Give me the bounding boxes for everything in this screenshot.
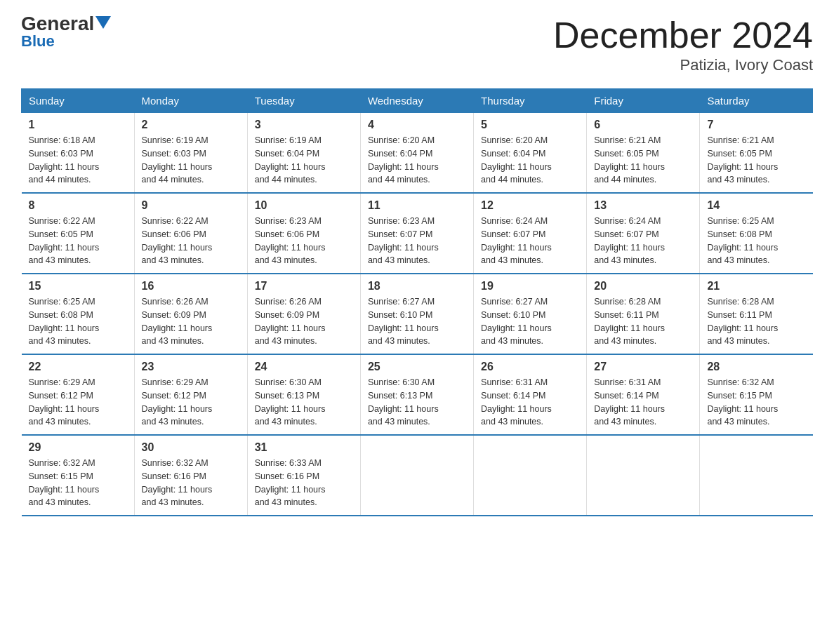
day-number: 3: [255, 119, 353, 131]
day-number: 8: [29, 199, 127, 212]
day-number: 10: [255, 199, 353, 212]
calendar-header-row: Sunday Monday Tuesday Wednesday Thursday…: [22, 89, 813, 113]
day-number: 21: [707, 280, 805, 293]
day-number: 7: [707, 119, 805, 131]
day-info: Sunrise: 6:22 AMSunset: 6:05 PMDaylight:…: [29, 215, 127, 267]
day-info: Sunrise: 6:18 AMSunset: 6:03 PMDaylight:…: [29, 134, 127, 187]
day-number: 13: [594, 199, 692, 212]
page-header: General Blue December 2024 Patizia, Ivor…: [21, 14, 813, 74]
table-row: 20 Sunrise: 6:28 AMSunset: 6:11 PMDaylig…: [587, 274, 700, 354]
table-row: 1 Sunrise: 6:18 AMSunset: 6:03 PMDayligh…: [22, 113, 135, 194]
day-info: Sunrise: 6:32 AMSunset: 6:16 PMDaylight:…: [142, 457, 240, 509]
table-row: 6 Sunrise: 6:21 AMSunset: 6:05 PMDayligh…: [587, 113, 700, 194]
calendar-week-row: 8 Sunrise: 6:22 AMSunset: 6:05 PMDayligh…: [22, 193, 813, 274]
table-row: 16 Sunrise: 6:26 AMSunset: 6:09 PMDaylig…: [134, 274, 247, 354]
day-number: 27: [594, 361, 692, 373]
col-saturday: Saturday: [700, 89, 813, 113]
day-info: Sunrise: 6:24 AMSunset: 6:07 PMDaylight:…: [594, 215, 692, 267]
day-info: Sunrise: 6:19 AMSunset: 6:03 PMDaylight:…: [142, 134, 240, 187]
day-number: 18: [368, 280, 466, 293]
day-number: 30: [142, 441, 240, 454]
day-info: Sunrise: 6:25 AMSunset: 6:08 PMDaylight:…: [29, 295, 127, 348]
day-info: Sunrise: 6:33 AMSunset: 6:16 PMDaylight:…: [255, 457, 353, 509]
day-info: Sunrise: 6:25 AMSunset: 6:08 PMDaylight:…: [707, 215, 805, 267]
table-row: 22 Sunrise: 6:29 AMSunset: 6:12 PMDaylig…: [22, 354, 135, 435]
table-row: 15 Sunrise: 6:25 AMSunset: 6:08 PMDaylig…: [22, 274, 135, 354]
table-row: 25 Sunrise: 6:30 AMSunset: 6:13 PMDaylig…: [360, 354, 473, 435]
day-number: 26: [481, 361, 579, 373]
logo-general: General: [21, 14, 94, 34]
day-number: 25: [368, 361, 466, 373]
day-info: Sunrise: 6:21 AMSunset: 6:05 PMDaylight:…: [594, 134, 692, 187]
day-info: Sunrise: 6:32 AMSunset: 6:15 PMDaylight:…: [707, 376, 805, 429]
day-info: Sunrise: 6:26 AMSunset: 6:09 PMDaylight:…: [255, 295, 353, 348]
table-row: 17 Sunrise: 6:26 AMSunset: 6:09 PMDaylig…: [247, 274, 360, 354]
table-row: 31 Sunrise: 6:33 AMSunset: 6:16 PMDaylig…: [247, 435, 360, 516]
table-row: 8 Sunrise: 6:22 AMSunset: 6:05 PMDayligh…: [22, 193, 135, 274]
day-number: 15: [29, 280, 127, 293]
day-number: 4: [368, 119, 466, 131]
day-info: Sunrise: 6:26 AMSunset: 6:09 PMDaylight:…: [142, 295, 240, 348]
col-wednesday: Wednesday: [360, 89, 473, 113]
day-number: 23: [142, 361, 240, 373]
table-row: 14 Sunrise: 6:25 AMSunset: 6:08 PMDaylig…: [700, 193, 813, 274]
col-tuesday: Tuesday: [247, 89, 360, 113]
table-row: 28 Sunrise: 6:32 AMSunset: 6:15 PMDaylig…: [700, 354, 813, 435]
day-info: Sunrise: 6:30 AMSunset: 6:13 PMDaylight:…: [255, 376, 353, 429]
day-number: 9: [142, 199, 240, 212]
table-row: 13 Sunrise: 6:24 AMSunset: 6:07 PMDaylig…: [587, 193, 700, 274]
day-info: Sunrise: 6:27 AMSunset: 6:10 PMDaylight:…: [481, 295, 579, 348]
day-info: Sunrise: 6:30 AMSunset: 6:13 PMDaylight:…: [368, 376, 466, 429]
table-row: 27 Sunrise: 6:31 AMSunset: 6:14 PMDaylig…: [587, 354, 700, 435]
table-row: 21 Sunrise: 6:28 AMSunset: 6:11 PMDaylig…: [700, 274, 813, 354]
logo: General Blue: [21, 14, 111, 51]
table-row: 26 Sunrise: 6:31 AMSunset: 6:14 PMDaylig…: [474, 354, 587, 435]
col-friday: Friday: [587, 89, 700, 113]
day-info: Sunrise: 6:28 AMSunset: 6:11 PMDaylight:…: [707, 295, 805, 348]
day-info: Sunrise: 6:23 AMSunset: 6:06 PMDaylight:…: [255, 215, 353, 267]
day-info: Sunrise: 6:29 AMSunset: 6:12 PMDaylight:…: [142, 376, 240, 429]
table-row: 2 Sunrise: 6:19 AMSunset: 6:03 PMDayligh…: [134, 113, 247, 194]
day-info: Sunrise: 6:29 AMSunset: 6:12 PMDaylight:…: [29, 376, 127, 429]
logo-triangle-icon: [95, 16, 111, 29]
day-info: Sunrise: 6:19 AMSunset: 6:04 PMDaylight:…: [255, 134, 353, 187]
day-number: 29: [29, 441, 127, 454]
table-row: 30 Sunrise: 6:32 AMSunset: 6:16 PMDaylig…: [134, 435, 247, 516]
day-info: Sunrise: 6:28 AMSunset: 6:11 PMDaylight:…: [594, 295, 692, 348]
table-row: 29 Sunrise: 6:32 AMSunset: 6:15 PMDaylig…: [22, 435, 135, 516]
day-number: 17: [255, 280, 353, 293]
day-number: 2: [142, 119, 240, 131]
table-row: 9 Sunrise: 6:22 AMSunset: 6:06 PMDayligh…: [134, 193, 247, 274]
day-info: Sunrise: 6:31 AMSunset: 6:14 PMDaylight:…: [594, 376, 692, 429]
day-number: 14: [707, 199, 805, 212]
table-row: 3 Sunrise: 6:19 AMSunset: 6:04 PMDayligh…: [247, 113, 360, 194]
col-sunday: Sunday: [22, 89, 135, 113]
page-subtitle: Patizia, Ivory Coast: [553, 56, 813, 74]
day-number: 6: [594, 119, 692, 131]
day-number: 16: [142, 280, 240, 293]
day-number: 28: [707, 361, 805, 373]
day-number: 19: [481, 280, 579, 293]
day-info: Sunrise: 6:20 AMSunset: 6:04 PMDaylight:…: [368, 134, 466, 187]
table-row: 7 Sunrise: 6:21 AMSunset: 6:05 PMDayligh…: [700, 113, 813, 194]
day-number: 12: [481, 199, 579, 212]
day-number: 24: [255, 361, 353, 373]
logo-blue: Blue: [21, 32, 55, 51]
day-info: Sunrise: 6:21 AMSunset: 6:05 PMDaylight:…: [707, 134, 805, 187]
day-info: Sunrise: 6:22 AMSunset: 6:06 PMDaylight:…: [142, 215, 240, 267]
calendar-week-row: 22 Sunrise: 6:29 AMSunset: 6:12 PMDaylig…: [22, 354, 813, 435]
day-number: 20: [594, 280, 692, 293]
page-title: December 2024: [553, 14, 813, 56]
calendar-week-row: 29 Sunrise: 6:32 AMSunset: 6:15 PMDaylig…: [22, 435, 813, 516]
calendar-table: Sunday Monday Tuesday Wednesday Thursday…: [21, 88, 813, 516]
day-number: 22: [29, 361, 127, 373]
table-row: [700, 435, 813, 516]
table-row: [474, 435, 587, 516]
table-row: 24 Sunrise: 6:30 AMSunset: 6:13 PMDaylig…: [247, 354, 360, 435]
table-row: 23 Sunrise: 6:29 AMSunset: 6:12 PMDaylig…: [134, 354, 247, 435]
day-number: 1: [29, 119, 127, 131]
day-number: 5: [481, 119, 579, 131]
table-row: 12 Sunrise: 6:24 AMSunset: 6:07 PMDaylig…: [474, 193, 587, 274]
table-row: 4 Sunrise: 6:20 AMSunset: 6:04 PMDayligh…: [360, 113, 473, 194]
calendar-week-row: 1 Sunrise: 6:18 AMSunset: 6:03 PMDayligh…: [22, 113, 813, 194]
